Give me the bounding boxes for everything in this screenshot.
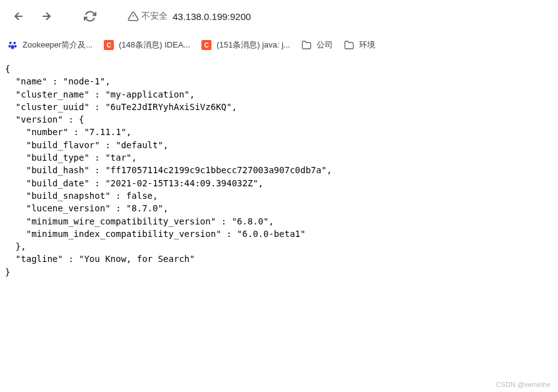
bookmark-folder-env[interactable]: 环境	[344, 39, 375, 51]
reload-icon	[84, 10, 96, 23]
bookmark-java[interactable]: C (151条消息) java: j...	[201, 39, 290, 51]
svg-point-2	[8, 45, 11, 48]
reload-button[interactable]	[79, 5, 101, 28]
folder-icon	[302, 40, 312, 50]
bookmark-zookeeper[interactable]: Zookeeper简介及...	[8, 39, 93, 51]
svg-point-4	[11, 45, 14, 49]
bookmark-label: 环境	[359, 39, 375, 51]
security-label: 不安全	[141, 11, 168, 22]
security-indicator[interactable]: 不安全	[128, 11, 168, 22]
bookmarks-bar: Zookeeper简介及... C (148条消息) IDEA... C (15…	[0, 33, 558, 58]
browser-toolbar: 不安全 43.138.0.199:9200	[0, 0, 558, 33]
bookmark-label: 公司	[317, 39, 333, 51]
forward-button[interactable]	[35, 5, 58, 28]
svg-point-0	[9, 42, 12, 44]
warning-triangle-icon	[128, 11, 139, 22]
csdn-icon: C	[201, 40, 211, 50]
response-body: { "name" : "node-1", "cluster_name" : "m…	[0, 58, 558, 283]
bookmark-folder-company[interactable]: 公司	[302, 39, 333, 51]
baidu-icon	[8, 40, 18, 50]
svg-point-1	[13, 42, 16, 44]
address-bar[interactable]: 不安全 43.138.0.199:9200	[121, 6, 550, 27]
back-button[interactable]	[8, 5, 30, 28]
csdn-icon: C	[104, 40, 114, 50]
svg-point-3	[14, 45, 17, 48]
watermark: CSDN @veminhe	[496, 381, 550, 388]
bookmark-label: Zookeeper简介及...	[23, 39, 93, 51]
folder-icon	[344, 40, 354, 50]
bookmark-label: (151条消息) java: j...	[216, 39, 290, 51]
arrow-right-icon	[40, 10, 53, 23]
bookmark-label: (148条消息) IDEA...	[119, 39, 190, 51]
url-text: 43.138.0.199:9200	[173, 11, 251, 22]
bookmark-idea[interactable]: C (148条消息) IDEA...	[104, 39, 190, 51]
arrow-left-icon	[13, 10, 25, 23]
